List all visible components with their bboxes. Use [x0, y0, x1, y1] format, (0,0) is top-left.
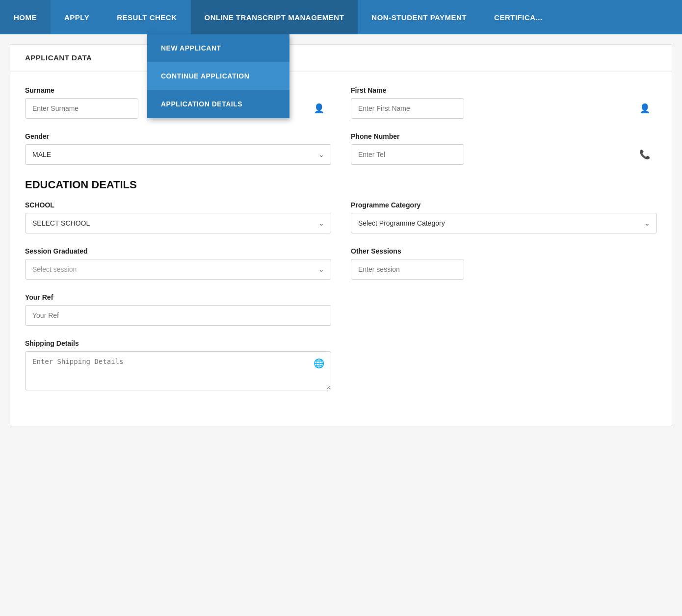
surname-input[interactable] [25, 98, 138, 119]
shipping-placeholder-group [351, 339, 657, 392]
person-icon-surname: 👤 [314, 103, 324, 114]
your-ref-input[interactable] [25, 305, 331, 326]
education-title: EDUCATION DEATILS [25, 179, 657, 191]
phone-label: Phone Number [351, 132, 657, 140]
nav-certificate[interactable]: CERTIFICA... [480, 0, 556, 34]
main-content: APPLICANT DATA Surname 👤 First Name 👤 [10, 44, 672, 426]
person-icon-firstname: 👤 [639, 103, 650, 114]
school-select-wrapper: SELECT SCHOOL ⌄ [25, 213, 331, 233]
school-programme-row: SCHOOL SELECT SCHOOL ⌄ Programme Categor… [25, 201, 657, 233]
firstname-input-wrapper: 👤 [351, 98, 657, 119]
nav-apply[interactable]: APPLY [51, 0, 103, 34]
gender-group: Gender MALE FEMALE ⌄ [25, 132, 331, 165]
applicant-form: Surname 👤 First Name 👤 Gender [10, 72, 672, 392]
shipping-group: Shipping Details 🌐 [25, 339, 331, 392]
school-select[interactable]: SELECT SCHOOL [25, 213, 331, 233]
firstname-label: First Name [351, 86, 657, 94]
your-ref-row: Your Ref [25, 293, 657, 326]
firstname-group: First Name 👤 [351, 86, 657, 119]
session-grad-group: Session Graduated Select session ⌄ [25, 247, 331, 280]
firstname-input[interactable] [351, 98, 464, 119]
dropdown-new-applicant[interactable]: NEW APPLICANT [147, 34, 289, 62]
session-grad-label: Session Graduated [25, 247, 331, 255]
gender-phone-row: Gender MALE FEMALE ⌄ Phone Number 📞 [25, 132, 657, 165]
dropdown-continue-application[interactable]: CONTINUE APPLICATION [147, 62, 289, 90]
placeholder-group [351, 293, 657, 326]
nav-non-student[interactable]: NON-STUDENT PAYMENT [358, 0, 480, 34]
session-grad-select-wrapper: Select session ⌄ [25, 259, 331, 280]
your-ref-input-wrapper [25, 305, 331, 326]
programme-select[interactable]: Select Programme Category [351, 213, 657, 233]
gender-label: Gender [25, 132, 331, 140]
phone-input[interactable] [351, 144, 464, 165]
your-ref-label: Your Ref [25, 293, 331, 301]
school-group: SCHOOL SELECT SCHOOL ⌄ [25, 201, 331, 233]
gender-select-wrapper: MALE FEMALE ⌄ [25, 144, 331, 165]
programme-group: Programme Category Select Programme Cate… [351, 201, 657, 233]
name-row: Surname 👤 First Name 👤 [25, 86, 657, 119]
session-row: Session Graduated Select session ⌄ Other… [25, 247, 657, 280]
nav-transcript[interactable]: ONLINE TRANSCRIPT MANAGEMENT [191, 0, 358, 34]
gender-select[interactable]: MALE FEMALE [25, 144, 331, 165]
phone-input-wrapper: 📞 [351, 144, 657, 165]
shipping-textarea[interactable] [25, 351, 331, 390]
shipping-textarea-wrapper: 🌐 [25, 351, 331, 392]
session-grad-select[interactable]: Select session [25, 259, 331, 280]
other-sessions-group: Other Sessions [351, 247, 657, 280]
apply-dropdown: NEW APPLICANT CONTINUE APPLICATION APPLI… [147, 34, 289, 118]
phone-icon: 📞 [639, 149, 650, 160]
other-sessions-input-wrapper [351, 259, 657, 280]
nav-home[interactable]: HOME [0, 0, 51, 34]
shipping-label: Shipping Details [25, 339, 331, 347]
globe-icon: 🌐 [314, 358, 324, 369]
your-ref-group: Your Ref [25, 293, 331, 326]
phone-group: Phone Number 📞 [351, 132, 657, 165]
nav-result-check[interactable]: RESULT CHECK [103, 0, 190, 34]
programme-select-wrapper: Select Programme Category ⌄ [351, 213, 657, 233]
dropdown-application-details[interactable]: APPLICATION DETAILS [147, 90, 289, 118]
other-sessions-label: Other Sessions [351, 247, 657, 255]
shipping-row: Shipping Details 🌐 [25, 339, 657, 392]
other-sessions-input[interactable] [351, 259, 464, 280]
section-header: APPLICANT DATA [10, 45, 672, 72]
school-label: SCHOOL [25, 201, 331, 209]
main-nav: HOME APPLY RESULT CHECK ONLINE TRANSCRIP… [0, 0, 682, 34]
programme-label: Programme Category [351, 201, 657, 209]
